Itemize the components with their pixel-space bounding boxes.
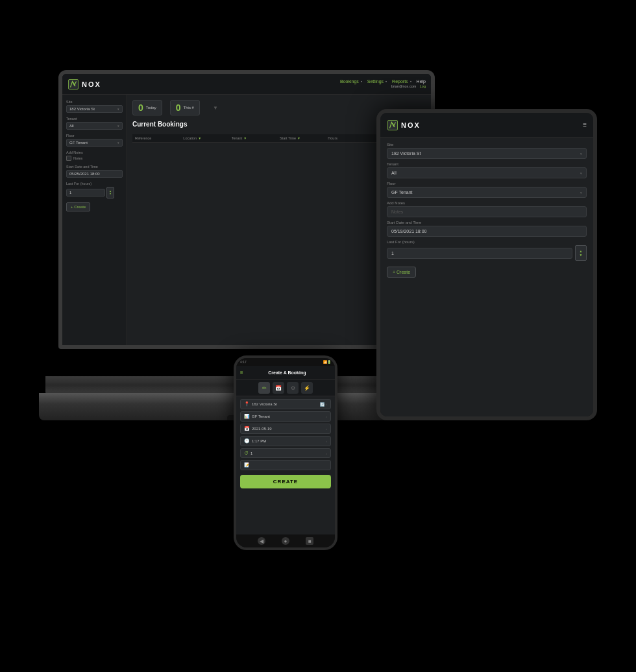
- duration-arrow-icon: ›: [326, 451, 327, 455]
- phone-field-notes[interactable]: 📝: [240, 460, 331, 470]
- col-reference: Reference: [135, 136, 182, 140]
- phone-home-btn[interactable]: ●: [282, 537, 289, 545]
- tablet-header: NOX ≡: [380, 113, 593, 138]
- tablet-create-btn[interactable]: + Create: [387, 267, 416, 278]
- phone-tab-edit[interactable]: ✏: [258, 382, 270, 394]
- nav-settings[interactable]: Settings ▾: [367, 79, 387, 84]
- start-date-label: Start Date and Time: [66, 165, 123, 169]
- nox-logo-icon: [67, 78, 79, 90]
- phone-menu-icon[interactable]: ≡: [240, 370, 243, 376]
- scene: NOX Bookings ▾ Settings ▾ Reports ▾ Help…: [26, 44, 610, 628]
- svg-rect-0: [69, 79, 79, 89]
- tablet-spinner[interactable]: ▲ ▼: [575, 245, 587, 261]
- last-for-field-group: Last For (hours) 1 ▲ ▼: [66, 182, 123, 198]
- svg-rect-1: [388, 120, 398, 130]
- tablet-floor-chevron: ▾: [580, 191, 582, 195]
- phone-create-btn[interactable]: CREATE: [240, 475, 331, 488]
- phone-title: Create A Booking: [268, 370, 306, 375]
- nox-logo-text: NOX: [82, 80, 101, 88]
- nox-menu-row: Bookings ▾ Settings ▾ Reports ▾ Help: [340, 79, 426, 84]
- phone-content: 📍 162 Victoria St 🔄 › 📊 GF Tenant › 📅 20…: [236, 396, 335, 534]
- phone-back-btn[interactable]: ◀: [258, 537, 265, 545]
- tablet-start-date-label: Start Date and Time: [387, 221, 587, 224]
- tablet-logo-text: NOX: [401, 121, 421, 129]
- phone-screen: 4:17 📶🔋 ≡ Create A Booking ✏ 📅 ⚙ ⚡ 📍: [236, 358, 335, 547]
- floor-arrow-icon: ›: [326, 414, 327, 418]
- tenant-select[interactable]: All ▾: [66, 122, 123, 130]
- nox-header-right: Bookings ▾ Settings ▾ Reports ▾ Help bri…: [340, 79, 426, 90]
- nav-help[interactable]: Help: [417, 79, 426, 84]
- site-select[interactable]: 182 Victoria St ▾: [66, 105, 123, 113]
- tablet-site-select[interactable]: 182 Victoria St ▾: [387, 148, 587, 159]
- nox-logo: NOX: [67, 78, 101, 90]
- col-location: Location ▼: [183, 136, 230, 140]
- phone-status-bar: 4:17 📶🔋: [236, 358, 335, 366]
- nav-reports[interactable]: Reports ▾: [392, 79, 411, 84]
- notes-checkbox[interactable]: [66, 156, 71, 161]
- tablet-start-date-input[interactable]: 05/19/2021 18:00: [387, 226, 587, 237]
- nox-user: brian@nox.com Log: [391, 84, 426, 90]
- tablet-tenant-select[interactable]: All ▾: [387, 167, 587, 178]
- phone-floor-value: GF Tenant: [252, 414, 324, 418]
- spinner-up: ▲: [580, 250, 583, 253]
- phone-status-icons: 📶🔋: [323, 360, 331, 364]
- stat-this-num: 0: [176, 102, 181, 113]
- phone-field-time[interactable]: 🕐 1:17 PM ›: [240, 436, 331, 446]
- phone-field-site[interactable]: 📍 162 Victoria St 🔄 ›: [240, 399, 331, 409]
- tenant-chevron: ▾: [117, 124, 119, 128]
- notes-field-group: Add Notes Notes: [66, 150, 123, 161]
- phone-recent-btn[interactable]: ■: [306, 537, 313, 545]
- tablet-site-chevron: ▾: [580, 152, 582, 156]
- phone-field-duration[interactable]: ⏱ 1 ›: [240, 448, 331, 458]
- floor-icon: 📊: [244, 414, 250, 419]
- create-button[interactable]: + Create: [66, 202, 90, 211]
- tablet-floor-select[interactable]: GF Tenant ▾: [387, 187, 587, 198]
- phone-time-value: 1:17 PM: [252, 439, 324, 443]
- tablet-last-for-input[interactable]: 1: [387, 248, 572, 259]
- tablet-start-date-group: Start Date and Time 05/19/2021 18:00: [387, 221, 587, 237]
- phone: 4:17 📶🔋 ≡ Create A Booking ✏ 📅 ⚙ ⚡ 📍: [234, 355, 337, 550]
- last-for-label: Last For (hours): [66, 182, 123, 186]
- phone-field-floor[interactable]: 📊 GF Tenant ›: [240, 411, 331, 422]
- tablet-notes-input[interactable]: Notes: [387, 206, 587, 217]
- phone-date-value: 2021-05-19: [252, 427, 324, 431]
- site-field-group: Site 182 Victoria St ▾: [66, 100, 123, 113]
- last-for-input[interactable]: 1: [66, 189, 105, 197]
- site-label: Site: [66, 100, 123, 104]
- notes-label: Add Notes: [66, 150, 123, 154]
- col-tenant: Tenant ▼: [232, 136, 278, 140]
- site-chevron: ▾: [117, 107, 119, 111]
- phone-tab-calendar[interactable]: 📅: [273, 382, 284, 394]
- laptop-screen-inner: NOX Bookings ▾ Settings ▾ Reports ▾ Help…: [62, 74, 431, 345]
- tablet-tenant-chevron: ▾: [580, 171, 582, 175]
- phone-tab-settings[interactable]: ⚙: [287, 382, 299, 394]
- stat-today-num: 0: [138, 102, 143, 113]
- start-date-field-group: Start Date and Time 05/25/2021 18:00: [66, 165, 123, 178]
- phone-duration-value: 1: [251, 451, 324, 455]
- stat-today: 0 Today: [132, 100, 162, 115]
- site-pin-icon: 📍: [244, 402, 250, 407]
- site-refresh-icon: 🔄: [320, 402, 324, 407]
- start-date-input[interactable]: 05/25/2021 18:00: [66, 170, 123, 178]
- tenant-label: Tenant: [66, 117, 123, 121]
- col-hours: Hours: [328, 136, 374, 140]
- phone-field-date[interactable]: 📅 2021-05-19 ›: [240, 424, 331, 434]
- phone-bottom-bar: ◀ ● ■: [236, 534, 335, 547]
- tablet-last-for-group: Last For (hours) 1 ▲ ▼: [387, 240, 587, 261]
- nav-bookings[interactable]: Bookings ▾: [340, 79, 362, 84]
- stat-this: 0 This #: [170, 100, 200, 115]
- last-for-spinner[interactable]: ▲ ▼: [106, 187, 114, 198]
- tablet-content: Site 182 Victoria St ▾ Tenant All ▾ Floo…: [380, 138, 593, 416]
- nox-header: NOX Bookings ▾ Settings ▾ Reports ▾ Help…: [62, 74, 431, 95]
- floor-chevron: ▾: [117, 141, 119, 145]
- time-icon: 🕐: [244, 438, 250, 444]
- tablet-hamburger[interactable]: ≡: [583, 121, 587, 128]
- phone-tab-bolt[interactable]: ⚡: [301, 382, 313, 394]
- tablet-site-label: Site: [387, 143, 587, 147]
- phone-site-value: 162 Victoria St: [252, 402, 318, 406]
- tablet-tenant-group: Tenant All ▾: [387, 162, 587, 178]
- notes-checkbox-row: Notes: [66, 156, 123, 161]
- floor-select[interactable]: GF Tenant ▾: [66, 139, 123, 147]
- duration-icon: ⏱: [244, 451, 249, 455]
- phone-tabs: ✏ 📅 ⚙ ⚡: [236, 380, 335, 396]
